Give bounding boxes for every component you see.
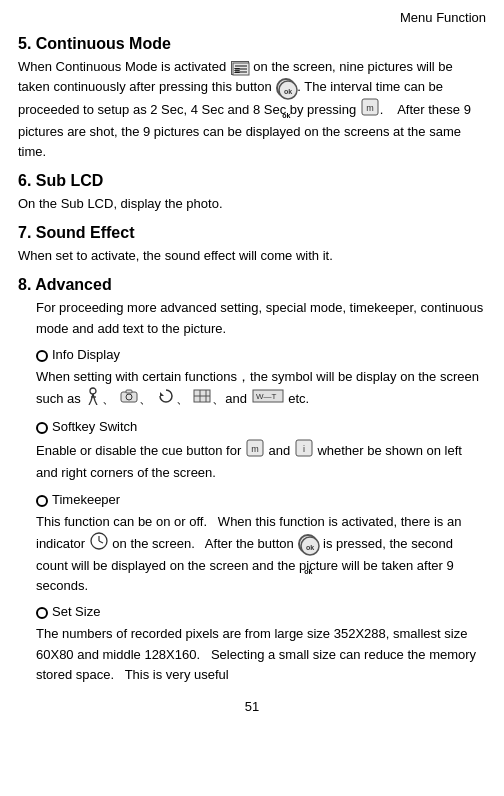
- bullet-circle-icon-4: [36, 607, 48, 619]
- menu-svg-icon: [232, 62, 250, 76]
- bullet-circle-icon: [36, 350, 48, 362]
- svg-text:ok: ok: [306, 544, 314, 551]
- sub-item-timekeeper: Timekeeper This function can be on or of…: [36, 490, 486, 597]
- text-overlay-icon: W—T: [252, 389, 284, 409]
- section-7-body: When set to activate, the sound effect w…: [18, 246, 486, 266]
- ok-svg-icon-2: ok: [300, 536, 320, 556]
- softkey-body: Enable or disable the cue button for m a…: [36, 439, 486, 483]
- info-display-title: Info Display: [36, 345, 486, 365]
- svg-text:m: m: [251, 444, 259, 454]
- section-6-body: On the Sub LCD, display the photo.: [18, 194, 486, 214]
- sub-item-set-size: Set Size The numbers of recorded pixels …: [36, 602, 486, 685]
- ok-svg-icon: ok: [278, 80, 298, 100]
- page-title: Menu Function: [18, 10, 486, 25]
- svg-text:W—T: W—T: [256, 392, 277, 401]
- section-8-intro: For proceeding more advanced setting, sp…: [36, 298, 486, 338]
- i-button-icon: i: [295, 439, 313, 463]
- info-display-body: When setting with certain functions，the …: [36, 367, 486, 411]
- camera-icon: [120, 389, 138, 409]
- sub-item-info-display: Info Display When setting with certain f…: [36, 345, 486, 411]
- svg-marker-17: [160, 392, 164, 396]
- grid-icon: [193, 389, 211, 409]
- svg-line-11: [89, 401, 91, 405]
- rotate-icon: [157, 387, 175, 411]
- ok-button-icon-2: ok: [298, 534, 318, 554]
- section-5-title: 5. Continuous Mode: [18, 35, 486, 53]
- page-number: 51: [18, 699, 486, 714]
- timekeeper-title: Timekeeper: [36, 490, 486, 510]
- section-7-title: 7. Sound Effect: [18, 224, 486, 242]
- set-size-body: The numbers of recorded pixels are from …: [36, 624, 486, 684]
- timer-svg-icon: m: [361, 98, 379, 116]
- svg-rect-16: [126, 390, 132, 393]
- timer-small-icon: m: [361, 98, 379, 122]
- section-5-body: When Continuous Mode is activated on the…: [18, 57, 486, 162]
- m-button-icon: m: [246, 439, 264, 463]
- menu-icon: [231, 61, 249, 75]
- section-8-title: 8. Advanced: [18, 276, 486, 294]
- section-6-title: 6. Sub LCD: [18, 172, 486, 190]
- svg-text:i: i: [303, 444, 305, 454]
- svg-text:ok: ok: [284, 88, 292, 95]
- svg-line-12: [95, 401, 97, 405]
- svg-point-8: [90, 388, 96, 394]
- bullet-circle-icon-2: [36, 422, 48, 434]
- set-size-title: Set Size: [36, 602, 486, 622]
- timekeeper-body: This function can be on or off. When thi…: [36, 512, 486, 597]
- softkey-title: Softkey Switch: [36, 417, 486, 437]
- svg-text:m: m: [366, 103, 374, 113]
- section-8-body: For proceeding more advanced setting, sp…: [18, 298, 486, 684]
- sub-item-softkey: Softkey Switch Enable or disable the cue…: [36, 417, 486, 483]
- indicator-timer-icon: [90, 532, 108, 556]
- ok-button-icon: ok: [276, 78, 296, 98]
- bullet-circle-icon-3: [36, 495, 48, 507]
- walk-icon: [85, 387, 101, 411]
